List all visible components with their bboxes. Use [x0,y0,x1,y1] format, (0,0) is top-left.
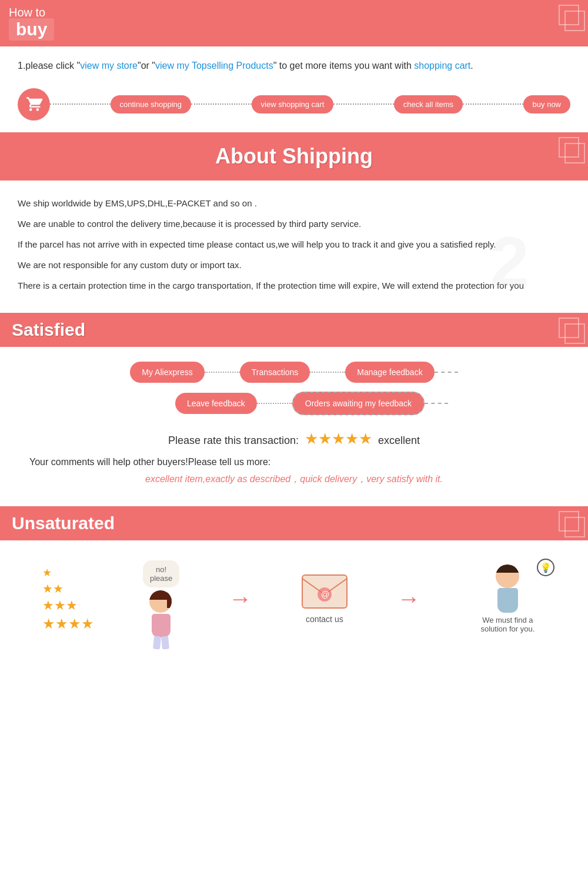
shopping-cart-link[interactable]: shopping cart [414,61,470,71]
how-to-buy-title-box: How to buy [9,6,54,41]
speech-line2: please [150,574,172,583]
unsat-corner-deco2 [564,517,585,537]
flow-dots-4 [463,103,523,105]
dots-r1-2 [310,372,345,373]
transactions-btn[interactable]: Transactions [240,362,310,383]
speech-line1: no! [150,565,172,574]
dots-r2-2 [425,403,448,404]
girl-section: no! please [143,560,179,637]
dots-r1-3 [435,372,458,373]
dots-r2-1 [257,403,292,404]
step1-section: 1.please click "view my store"or "view m… [0,46,588,79]
orders-awaiting-btn[interactable]: Orders awaiting my feedback [292,392,425,415]
star-row-1: ★ [42,566,94,579]
star-row-4: ★★★★ [42,616,94,632]
view-my-store-link[interactable]: view my store [80,61,138,71]
person-figure: 💡 [469,564,546,613]
speech-bubble: no! please [143,560,179,587]
how-label: How to [9,6,54,19]
dots-r1-1 [205,372,240,373]
feedback-row1: My Aliexpress Transactions Manage feedba… [18,362,570,383]
step1-prefix: 1.please click " [18,61,80,71]
about-shipping-header: About Shipping [0,132,588,181]
shipping-p5: There is a certain protection time in th… [18,278,570,293]
sample-comments: excellent item,exactly as described，quic… [18,473,570,486]
flow-dots-1 [50,103,111,105]
satisfied-corner-deco2 [564,323,585,344]
view-shopping-cart-btn[interactable]: view shopping cart [252,95,334,113]
manage-feedback-btn[interactable]: Manage feedback [345,362,434,383]
satisfied-title: Satisfied [12,320,85,340]
svg-text:@: @ [321,590,329,599]
feedback-row2: Leave feedback Orders awaiting my feedba… [18,392,570,415]
how-to-buy-header: How to buy [0,0,588,46]
idea-section: 💡 We must find a solution for you. [469,564,546,633]
satisfied-content: My Aliexpress Transactions Manage feedba… [0,347,588,506]
unsaturated-header: Unsaturated [0,506,588,540]
arrow-1: → [229,586,252,612]
shipping-p1: We ship worldwide by EMS,UPS,DHL,E-PACKE… [18,195,570,211]
flow-dots-3 [333,103,394,105]
shipping-corner-deco2 [564,143,585,163]
shipping-p2: We are unable to control the delivery ti… [18,216,570,232]
girl-figure [149,590,173,637]
comments-label: Your comments will help other buyers!Ple… [18,457,570,467]
star-row-2: ★★ [42,582,94,596]
excellent-label: excellent [378,435,420,446]
check-all-items-btn[interactable]: check all items [394,95,463,113]
satisfied-header: Satisfied [0,313,588,347]
buy-now-btn[interactable]: buy now [523,95,570,113]
step1-suffix: " to get more items you want with [273,61,412,71]
buy-label: buy [9,18,54,41]
cart-icon [18,88,50,121]
flow-dots-2 [191,103,252,105]
stars-display: ★★★★★ [305,430,372,447]
idea-bubble: 💡 [537,559,554,576]
rate-prefix: Please rate this transaction: [168,435,299,446]
leave-feedback-btn[interactable]: Leave feedback [175,393,257,414]
arrow-2: → [397,586,420,612]
continue-shopping-btn[interactable]: continue shopping [111,95,192,113]
contact-section: @ contact us [301,574,348,624]
star-row-3: ★★★ [42,598,94,613]
stars-group: ★ ★★ ★★★ ★★★★ [42,566,94,632]
unsaturated-title: Unsaturated [12,513,115,533]
envelope-icon: @ [301,574,348,609]
about-shipping-title: About Shipping [12,144,576,169]
idea-label: We must find a solution for you. [469,616,546,633]
view-topselling-link[interactable]: view my Topselling Products [155,61,273,71]
corner-decoration2 [564,11,585,31]
shipping-content: 2 We ship worldwide by EMS,UPS,DHL,E-PAC… [0,181,588,313]
contact-label: contact us [301,614,348,624]
shipping-p3: If the parcel has not arrive with in exp… [18,236,570,252]
rate-line: Please rate this transaction: ★★★★★ exce… [18,430,570,448]
unsaturated-content: ★ ★★ ★★★ ★★★★ no! please → [0,540,588,658]
my-aliexpress-btn[interactable]: My Aliexpress [130,362,204,383]
shipping-p4: We are not responsible for any custom du… [18,257,570,273]
step1-middle: "or " [138,61,155,71]
shopping-flow: continue shopping view shopping cart che… [0,79,588,132]
